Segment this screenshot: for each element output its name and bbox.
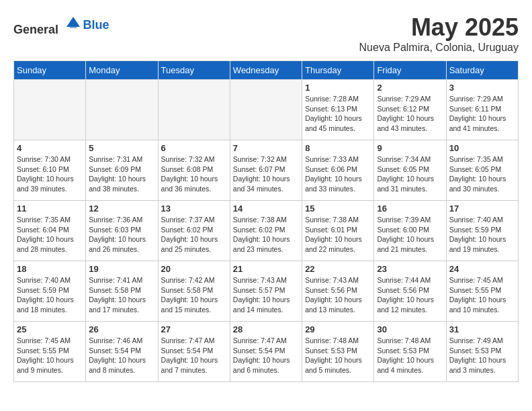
calendar-cell: 3Sunrise: 7:29 AM Sunset: 6:11 PM Daylig… [446, 80, 518, 140]
calendar-cell: 5Sunrise: 7:31 AM Sunset: 6:09 PM Daylig… [86, 140, 158, 201]
calendar-cell: 27Sunrise: 7:47 AM Sunset: 5:54 PM Dayli… [158, 322, 230, 382]
day-number: 19 [89, 264, 154, 274]
week-row-3: 11Sunrise: 7:35 AM Sunset: 6:04 PM Dayli… [14, 201, 519, 261]
calendar-cell: 29Sunrise: 7:48 AM Sunset: 5:53 PM Dayli… [302, 322, 374, 382]
week-row-4: 18Sunrise: 7:40 AM Sunset: 5:59 PM Dayli… [14, 261, 519, 322]
day-number: 28 [233, 324, 299, 334]
day-number: 2 [377, 83, 443, 93]
day-number: 20 [161, 264, 227, 274]
day-info: Sunrise: 7:45 AM Sunset: 5:55 PM Dayligh… [17, 336, 83, 375]
day-info: Sunrise: 7:47 AM Sunset: 5:54 PM Dayligh… [161, 336, 227, 375]
day-number: 31 [449, 324, 515, 334]
day-number: 3 [449, 83, 515, 93]
day-number: 5 [89, 143, 154, 153]
week-row-5: 25Sunrise: 7:45 AM Sunset: 5:55 PM Dayli… [14, 322, 519, 382]
day-info: Sunrise: 7:43 AM Sunset: 5:56 PM Dayligh… [305, 275, 371, 315]
calendar-cell: 2Sunrise: 7:29 AM Sunset: 6:12 PM Daylig… [374, 80, 446, 140]
day-info: Sunrise: 7:42 AM Sunset: 5:58 PM Dayligh… [161, 275, 227, 315]
day-info: Sunrise: 7:32 AM Sunset: 6:07 PM Dayligh… [233, 154, 299, 194]
day-number: 27 [161, 324, 227, 334]
weekday-header-wednesday: Wednesday [230, 61, 302, 80]
weekday-header-tuesday: Tuesday [158, 61, 230, 80]
weekday-header-thursday: Thursday [302, 61, 374, 80]
location-title: Nueva Palmira, Colonia, Uruguay [359, 42, 519, 54]
weekday-header-monday: Monday [86, 61, 158, 80]
day-number: 11 [17, 203, 83, 214]
calendar-cell: 24Sunrise: 7:45 AM Sunset: 5:55 PM Dayli… [446, 261, 518, 322]
calendar-cell: 15Sunrise: 7:38 AM Sunset: 6:01 PM Dayli… [302, 201, 374, 261]
day-number: 15 [305, 203, 371, 214]
day-info: Sunrise: 7:36 AM Sunset: 6:03 PM Dayligh… [89, 215, 154, 255]
day-info: Sunrise: 7:44 AM Sunset: 5:56 PM Dayligh… [377, 275, 443, 315]
day-info: Sunrise: 7:35 AM Sunset: 6:04 PM Dayligh… [17, 215, 83, 255]
week-row-2: 4Sunrise: 7:30 AM Sunset: 6:10 PM Daylig… [14, 140, 519, 201]
day-info: Sunrise: 7:43 AM Sunset: 5:57 PM Dayligh… [233, 275, 299, 315]
logo-blue: Blue [83, 18, 109, 32]
day-info: Sunrise: 7:37 AM Sunset: 6:02 PM Dayligh… [161, 215, 227, 255]
weekday-header-sunday: Sunday [14, 61, 86, 80]
day-number: 30 [377, 324, 443, 334]
day-number: 13 [161, 203, 227, 214]
day-info: Sunrise: 7:31 AM Sunset: 6:09 PM Dayligh… [89, 154, 154, 194]
day-number: 10 [449, 143, 515, 153]
calendar-cell: 1Sunrise: 7:28 AM Sunset: 6:13 PM Daylig… [302, 80, 374, 140]
day-number: 29 [305, 324, 371, 334]
calendar-cell: 4Sunrise: 7:30 AM Sunset: 6:10 PM Daylig… [14, 140, 86, 201]
day-info: Sunrise: 7:46 AM Sunset: 5:54 PM Dayligh… [89, 336, 154, 375]
calendar-cell: 19Sunrise: 7:41 AM Sunset: 5:58 PM Dayli… [86, 261, 158, 322]
day-number: 16 [377, 203, 443, 214]
day-info: Sunrise: 7:48 AM Sunset: 5:53 PM Dayligh… [305, 336, 371, 375]
day-info: Sunrise: 7:28 AM Sunset: 6:13 PM Dayligh… [305, 94, 371, 134]
calendar-cell [14, 80, 86, 140]
header: General Blue May 2025 Nueva Palmira, Col… [13, 13, 519, 54]
calendar-cell: 28Sunrise: 7:47 AM Sunset: 5:54 PM Dayli… [230, 322, 302, 382]
day-info: Sunrise: 7:40 AM Sunset: 5:59 PM Dayligh… [17, 275, 83, 315]
calendar-cell: 25Sunrise: 7:45 AM Sunset: 5:55 PM Dayli… [14, 322, 86, 382]
calendar-cell: 6Sunrise: 7:32 AM Sunset: 6:08 PM Daylig… [158, 140, 230, 201]
day-number: 23 [377, 264, 443, 274]
day-number: 7 [233, 143, 299, 153]
weekday-header-friday: Friday [374, 61, 446, 80]
day-number: 21 [233, 264, 299, 274]
day-info: Sunrise: 7:33 AM Sunset: 6:06 PM Dayligh… [305, 154, 371, 194]
day-info: Sunrise: 7:45 AM Sunset: 5:55 PM Dayligh… [449, 275, 515, 315]
day-info: Sunrise: 7:47 AM Sunset: 5:54 PM Dayligh… [233, 336, 299, 375]
calendar-cell: 30Sunrise: 7:48 AM Sunset: 5:53 PM Dayli… [374, 322, 446, 382]
day-info: Sunrise: 7:40 AM Sunset: 5:59 PM Dayligh… [449, 215, 515, 255]
day-number: 9 [377, 143, 443, 153]
calendar-cell: 31Sunrise: 7:49 AM Sunset: 5:53 PM Dayli… [446, 322, 518, 382]
calendar-cell: 7Sunrise: 7:32 AM Sunset: 6:07 PM Daylig… [230, 140, 302, 201]
calendar-cell: 20Sunrise: 7:42 AM Sunset: 5:58 PM Dayli… [158, 261, 230, 322]
day-number: 8 [305, 143, 371, 153]
calendar-cell: 23Sunrise: 7:44 AM Sunset: 5:56 PM Dayli… [374, 261, 446, 322]
day-number: 26 [89, 324, 154, 334]
calendar-cell [158, 80, 230, 140]
calendar-cell: 18Sunrise: 7:40 AM Sunset: 5:59 PM Dayli… [14, 261, 86, 322]
logo-general: General [13, 23, 58, 36]
day-info: Sunrise: 7:29 AM Sunset: 6:11 PM Dayligh… [449, 94, 515, 134]
title-area: May 2025 Nueva Palmira, Colonia, Uruguay [359, 13, 519, 54]
calendar-cell: 21Sunrise: 7:43 AM Sunset: 5:57 PM Dayli… [230, 261, 302, 322]
day-info: Sunrise: 7:48 AM Sunset: 5:53 PM Dayligh… [377, 336, 443, 375]
day-number: 6 [161, 143, 227, 153]
day-info: Sunrise: 7:34 AM Sunset: 6:05 PM Dayligh… [377, 154, 443, 194]
day-number: 24 [449, 264, 515, 274]
day-info: Sunrise: 7:49 AM Sunset: 5:53 PM Dayligh… [449, 336, 515, 375]
calendar-cell [86, 80, 158, 140]
weekday-header-saturday: Saturday [446, 61, 518, 80]
day-info: Sunrise: 7:32 AM Sunset: 6:08 PM Dayligh… [161, 154, 227, 194]
day-info: Sunrise: 7:29 AM Sunset: 6:12 PM Dayligh… [377, 94, 443, 134]
calendar: SundayMondayTuesdayWednesdayThursdayFrid… [13, 60, 519, 382]
day-number: 1 [305, 83, 371, 93]
day-info: Sunrise: 7:39 AM Sunset: 6:00 PM Dayligh… [377, 215, 443, 255]
day-number: 14 [233, 203, 299, 214]
day-info: Sunrise: 7:35 AM Sunset: 6:05 PM Dayligh… [449, 154, 515, 194]
day-number: 12 [89, 203, 154, 214]
calendar-cell: 12Sunrise: 7:36 AM Sunset: 6:03 PM Dayli… [86, 201, 158, 261]
logo: General Blue [13, 13, 109, 37]
calendar-cell: 16Sunrise: 7:39 AM Sunset: 6:00 PM Dayli… [374, 201, 446, 261]
month-title: May 2025 [359, 13, 519, 42]
calendar-cell [230, 80, 302, 140]
calendar-cell: 17Sunrise: 7:40 AM Sunset: 5:59 PM Dayli… [446, 201, 518, 261]
day-number: 4 [17, 143, 83, 153]
